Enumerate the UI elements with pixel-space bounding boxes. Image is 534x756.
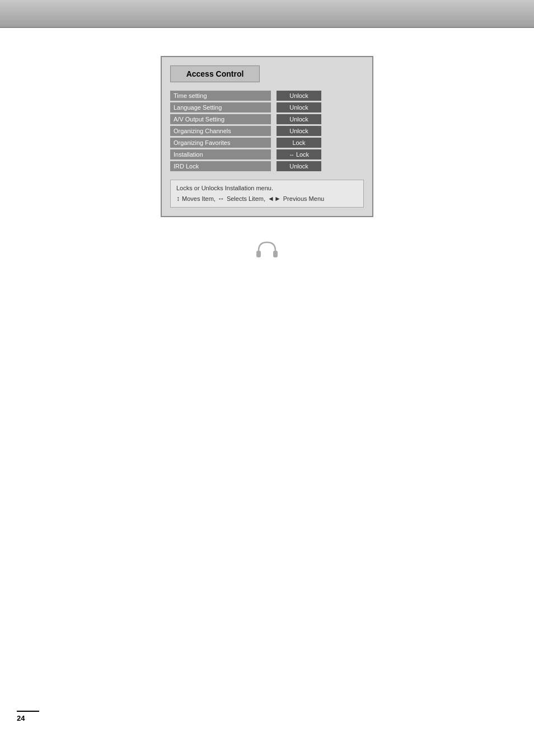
up-down-arrow-icon: ↕ (176, 195, 180, 203)
main-content: Access Control Time setting Unlock Langu… (0, 28, 534, 284)
table-row[interactable]: Organizing Favorites Lock (170, 138, 364, 148)
dialog-title-bar: Access Control (170, 65, 364, 91)
row-label-organizing-channels: Organizing Channels (170, 126, 271, 136)
row-value-time-setting: Unlock (277, 91, 321, 101)
row-value-organizing-channels: Unlock (277, 126, 321, 136)
page-number: 24 (17, 711, 39, 722)
back-arrow-icon: ◄► (268, 195, 281, 203)
row-label-time-setting: Time setting (170, 91, 271, 101)
info-text: Locks or Unlocks Installation menu. (176, 185, 358, 191)
table-row[interactable]: Language Setting Unlock (170, 102, 364, 112)
nav-hint-text: Moves Item, (182, 195, 216, 202)
menu-rows: Time setting Unlock Language Setting Unl… (170, 91, 364, 171)
row-label-ird-lock: IRD Lock (170, 161, 271, 171)
row-label-av-output: A/V Output Setting (170, 114, 271, 124)
headphone-icon (253, 240, 281, 267)
row-value-language-setting: Unlock (277, 102, 321, 112)
nav-hint-previous: Previous Menu (283, 195, 324, 202)
row-value-av-output: Unlock (277, 114, 321, 124)
svg-rect-1 (273, 251, 278, 257)
left-right-arrow-icon: ↔ (218, 195, 224, 203)
svg-rect-0 (256, 251, 261, 257)
table-row[interactable]: IRD Lock Unlock (170, 161, 364, 171)
dialog-title: Access Control (170, 65, 260, 82)
top-bar (0, 0, 534, 28)
nav-hint-select: Selects Litem, (227, 195, 265, 202)
info-box: Locks or Unlocks Installation menu. ↕ Mo… (170, 180, 364, 208)
nav-hints: ↕ Moves Item, ↔ Selects Litem, ◄► Previo… (176, 195, 358, 203)
row-label-installation: Installation (170, 149, 271, 159)
row-value-ird-lock: Unlock (277, 161, 321, 171)
row-label-organizing-favorites: Organizing Favorites (170, 138, 271, 148)
table-row[interactable]: A/V Output Setting Unlock (170, 114, 364, 124)
table-row[interactable]: Time setting Unlock (170, 91, 364, 101)
access-control-dialog: Access Control Time setting Unlock Langu… (161, 56, 373, 217)
row-value-organizing-favorites: Lock (277, 138, 321, 148)
table-row[interactable]: Installation ↔ Lock (170, 149, 364, 159)
row-value-installation: ↔ Lock (277, 149, 321, 159)
table-row[interactable]: Organizing Channels Unlock (170, 126, 364, 136)
row-label-language-setting: Language Setting (170, 102, 271, 112)
icon-area (45, 240, 489, 267)
arrow-icon: ↔ (289, 152, 294, 158)
